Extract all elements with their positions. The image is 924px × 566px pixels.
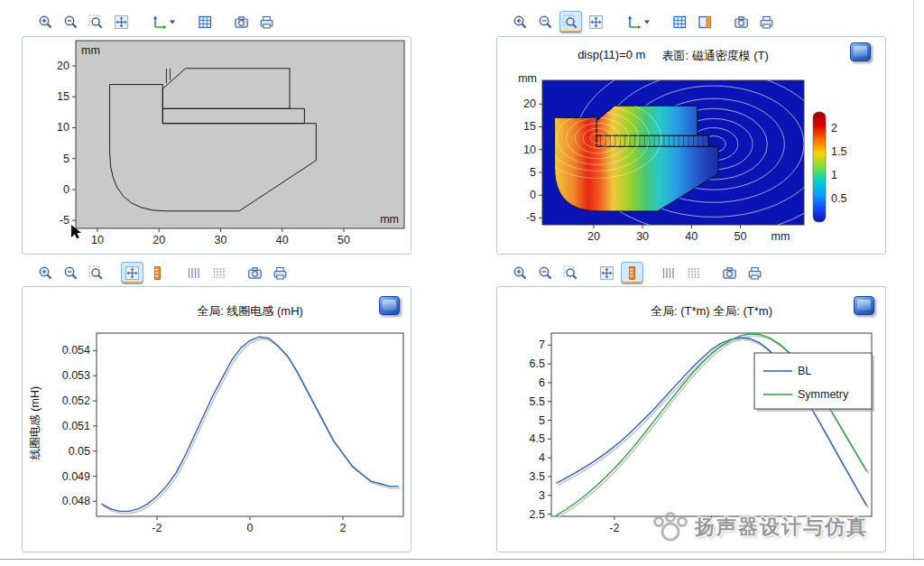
geometry-plot-area[interactable]: 102030405020151050-5mmmm [22, 36, 411, 255]
zoom-in-icon [513, 14, 528, 30]
zoom-out-icon [63, 14, 79, 30]
y-tick-label: -5 [60, 214, 69, 227]
toolbar-gap [719, 22, 727, 23]
grid-button[interactable] [669, 11, 691, 33]
camera-button[interactable] [244, 262, 266, 284]
zoom-extents-button[interactable] [85, 262, 107, 284]
zoom-out-button[interactable] [534, 11, 557, 33]
y-tick-label: 20 [57, 60, 69, 72]
camera-button[interactable] [718, 262, 741, 284]
pan-button[interactable] [585, 11, 607, 33]
plot-button[interactable] [379, 296, 400, 315]
camera-button[interactable] [230, 11, 253, 33]
zoom-extents-button[interactable] [85, 11, 107, 33]
toolbar-gap [646, 273, 654, 274]
printer-icon [273, 265, 288, 281]
x-tick-label: 40 [685, 230, 698, 243]
zoom-in-icon [38, 14, 53, 30]
x-tick-label: -2 [609, 522, 619, 534]
y-tick-label: 5 [539, 414, 545, 427]
pan-icon [125, 265, 140, 281]
colorbar-tick-label: 1 [831, 169, 837, 181]
pan-icon [599, 265, 614, 281]
grid-icon [672, 14, 688, 30]
printer-button[interactable] [255, 11, 278, 33]
zoom-in-button[interactable] [34, 11, 57, 33]
grid-window-button[interactable] [694, 11, 716, 33]
list-lines-button[interactable] [182, 262, 205, 284]
zoom-in-button[interactable] [34, 262, 57, 284]
zoom-out-button[interactable] [60, 262, 82, 284]
zoom-extents-icon [563, 14, 578, 30]
pan-button[interactable] [110, 11, 133, 33]
x-tick-label: 20 [152, 234, 165, 246]
plot-button[interactable] [850, 42, 871, 61]
zoom-in-icon [513, 265, 528, 281]
panel-coil-inductance: 全局: 线圈电感 (mH) 线圈电感 (mH) -2020.0540.0530.… [22, 258, 411, 552]
camera-button[interactable] [730, 11, 753, 33]
axes-dropdown-button[interactable] [146, 11, 180, 33]
legend-label: BL [798, 365, 811, 377]
ruler-button[interactable] [621, 262, 643, 284]
axes-dropdown-icon [624, 14, 651, 30]
unit-label-mm: mm [380, 213, 399, 226]
y-tick-label: 0.051 [62, 420, 90, 432]
zoom-extents-button[interactable] [559, 11, 582, 33]
y-tick-label: 4 [539, 451, 545, 464]
grid-button[interactable] [194, 11, 217, 33]
inductance-plot-area[interactable]: 全局: 线圈电感 (mH) 线圈电感 (mH) -2020.0540.0530.… [22, 286, 411, 552]
x-tick-label: 0 [247, 522, 254, 534]
toolbar-gap [110, 273, 118, 274]
unit-label-mm: mm [518, 72, 537, 85]
toolbar-gap [135, 22, 143, 23]
unit-label-mm: mm [81, 44, 100, 57]
toolbar-gap [707, 273, 716, 274]
printer-button[interactable] [744, 262, 766, 284]
zoom-in-button[interactable] [509, 262, 531, 284]
y-tick-label: 5.5 [530, 395, 545, 408]
x-tick-label: 40 [276, 234, 289, 246]
pan-button[interactable] [121, 262, 143, 284]
surface-canvas[interactable]: 2030405020151050-5mmmm21.510.5 [497, 37, 885, 254]
list-lines-2-button[interactable] [208, 262, 230, 284]
inductance-canvas[interactable]: -2020.0540.0530.0520.0510.050.0490.048 [23, 287, 411, 552]
plot-button[interactable] [854, 296, 874, 315]
toolbar-gap [171, 273, 180, 274]
printer-button[interactable] [755, 11, 778, 33]
surface-plot-area[interactable]: disp(11)=0 m 表面: 磁通密度模 (T) 2030405020151… [496, 36, 886, 255]
list-lines-icon [186, 265, 201, 281]
y-tick-label: 0.05 [69, 445, 90, 458]
list-lines-2-icon [686, 265, 701, 281]
printer-icon [259, 14, 274, 30]
pan-icon [114, 14, 129, 30]
x-tick-label: 30 [636, 230, 649, 243]
toolbar-bl [22, 258, 291, 287]
list-lines-button[interactable] [657, 262, 679, 284]
colorbar-tick-label: 1.5 [831, 145, 846, 158]
colorbar-tick-label: 2 [831, 122, 837, 135]
y-tick-label: 2.5 [530, 508, 545, 521]
ruler-icon [624, 265, 640, 281]
printer-button[interactable] [269, 262, 291, 284]
ruler-button[interactable] [146, 262, 169, 284]
geometry-canvas[interactable]: 102030405020151050-5mmmm [23, 37, 411, 254]
y-tick-label: 3 [539, 489, 545, 502]
toolbar-gap [658, 22, 666, 23]
axes-dropdown-button[interactable] [621, 11, 655, 33]
toolbar-gap [183, 22, 191, 23]
y-tick-label: 0 [530, 189, 536, 201]
printer-icon [747, 265, 762, 281]
zoom-extents-button[interactable] [559, 262, 582, 284]
y-tick-label: 10 [523, 144, 536, 156]
zoom-out-button[interactable] [60, 11, 82, 33]
unit-label-mm: mm [772, 230, 790, 243]
x-tick-label: 10 [91, 234, 104, 246]
y-tick-label: 5 [530, 166, 536, 179]
y-tick-label: 0.052 [62, 394, 90, 407]
zoom-out-button[interactable] [534, 262, 557, 284]
pan-button[interactable] [596, 262, 618, 284]
toolbar-tr [496, 7, 778, 36]
list-lines-2-button[interactable] [682, 262, 705, 284]
zoom-in-button[interactable] [509, 11, 531, 33]
y-tick-label: 0.049 [62, 470, 90, 483]
